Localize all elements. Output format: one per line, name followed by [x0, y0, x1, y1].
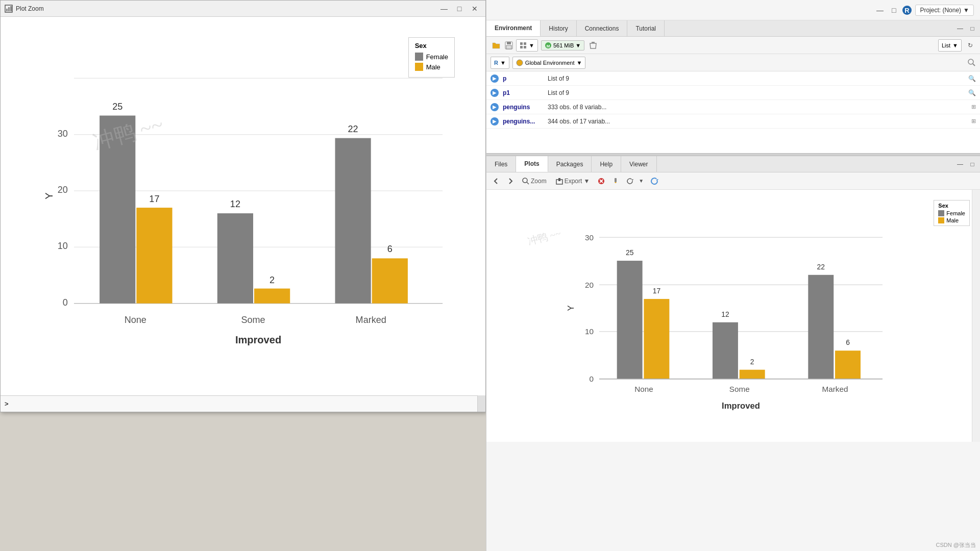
- plots-scrollbar[interactable]: [972, 190, 980, 442]
- project-dropdown-arrow: ▼: [963, 7, 969, 14]
- r-logo-icon: R: [902, 5, 912, 15]
- export-icon: [556, 178, 563, 185]
- csdn-watermark: CSDN @张当当: [936, 541, 976, 549]
- svg-text:2: 2: [270, 275, 275, 285]
- bar-marked-female: [335, 138, 371, 304]
- tab-viewer[interactable]: Viewer: [621, 156, 656, 172]
- zoom-btn[interactable]: Zoom: [519, 176, 550, 187]
- svg-rect-28: [507, 42, 511, 44]
- view-dropdown[interactable]: ▼: [516, 39, 538, 52]
- r-lang-label: R: [494, 60, 498, 66]
- var-search-p[interactable]: 🔍: [968, 75, 976, 82]
- save-btn[interactable]: [503, 40, 514, 51]
- preview-male-swatch: [938, 217, 944, 223]
- rstudio-right-panel: — □ R Project: (None) ▼ Environment Hist…: [486, 0, 980, 551]
- var-search-p1[interactable]: 🔍: [968, 89, 976, 96]
- plots-forward-btn[interactable]: [505, 176, 516, 187]
- var-expand-penguins[interactable]: ⊞: [971, 104, 976, 110]
- svg-text:12: 12: [230, 199, 240, 209]
- list-dropdown[interactable]: List ▼: [938, 39, 962, 52]
- r-search-bar: R ▼ Global Environment ▼: [486, 54, 980, 71]
- svg-text:R: R: [905, 7, 910, 14]
- refresh-env-btn[interactable]: ↻: [965, 40, 976, 51]
- close-button[interactable]: ✕: [468, 4, 481, 14]
- back-arrow-icon: [493, 178, 500, 185]
- svg-text:Marked: Marked: [822, 385, 848, 393]
- expand-penguins2-btn[interactable]: ▶: [491, 117, 499, 126]
- svg-line-41: [527, 182, 529, 184]
- memory-icon: M: [545, 42, 552, 49]
- bottom-panel-minimize-btn[interactable]: —: [954, 159, 966, 170]
- rstudio-topbar: — □ R Project: (None) ▼: [486, 0, 980, 20]
- memory-value: 561 MiB: [553, 42, 574, 48]
- plots-back-btn[interactable]: [491, 176, 502, 187]
- memory-badge[interactable]: M 561 MiB ▼: [541, 40, 584, 51]
- var-expand-penguins2[interactable]: ⊞: [971, 118, 976, 124]
- global-env-dropdown[interactable]: Global Environment ▼: [512, 57, 586, 69]
- bar-none-female: [100, 116, 135, 304]
- window-min-icon[interactable]: —: [874, 5, 886, 15]
- preview-chart-container: 冲鸭 ~~ Sex Female Male: [486, 190, 980, 442]
- svg-text:25: 25: [112, 102, 122, 112]
- maximize-button[interactable]: □: [453, 4, 466, 14]
- bottom-panel-tab-actions: — □: [954, 156, 980, 172]
- expand-p-btn[interactable]: ▶: [491, 74, 499, 83]
- tab-environment[interactable]: Environment: [486, 20, 541, 36]
- svg-point-40: [523, 178, 527, 183]
- minimize-button[interactable]: —: [437, 4, 451, 14]
- refresh-plots-btn[interactable]: [624, 176, 635, 187]
- svg-text:30: 30: [58, 129, 68, 139]
- titlebar-left: Plot Zoom: [5, 5, 44, 13]
- svg-text:10: 10: [58, 241, 68, 251]
- list-dropdown-arrow: ▼: [952, 42, 958, 48]
- expand-p1-btn[interactable]: ▶: [491, 89, 499, 97]
- bottom-panel-maximize-btn[interactable]: □: [967, 159, 978, 170]
- bottom-panel: Files Plots Packages Help Viewer — □: [486, 156, 980, 442]
- panel-minimize-btn[interactable]: —: [954, 23, 966, 34]
- svg-text:20: 20: [58, 185, 68, 195]
- r-console-dropdown[interactable]: R ▼: [491, 57, 509, 69]
- svg-line-39: [973, 64, 975, 66]
- r-dropdown-arrow: ▼: [500, 60, 506, 66]
- main-chart-svg: 0 10 20 30 Y 25 17: [26, 27, 480, 365]
- svg-rect-64: [808, 275, 834, 379]
- export-btn[interactable]: Export ▼: [553, 176, 593, 187]
- delete-icon: [598, 178, 605, 185]
- open-folder-btn[interactable]: [491, 40, 502, 51]
- brush-btn[interactable]: [610, 176, 621, 187]
- r-prompt: >: [5, 400, 9, 408]
- clear-btn[interactable]: [587, 40, 599, 51]
- tab-help[interactable]: Help: [592, 156, 621, 172]
- delete-plot-btn[interactable]: [596, 176, 607, 187]
- tab-connections[interactable]: Connections: [577, 20, 628, 36]
- top-panel-tab-actions: — □: [954, 20, 980, 36]
- var-name-penguins2: penguins...: [503, 118, 544, 125]
- svg-text:6: 6: [387, 244, 393, 254]
- legend-item-female: Female: [415, 53, 448, 61]
- tab-plots[interactable]: Plots: [516, 156, 548, 172]
- preview-legend: Sex Female Male: [934, 200, 970, 226]
- tab-files[interactable]: Files: [486, 156, 516, 172]
- tab-history[interactable]: History: [541, 20, 576, 36]
- preview-legend-female: Female: [938, 210, 965, 216]
- tab-packages[interactable]: Packages: [548, 156, 592, 172]
- tab-tutorial[interactable]: Tutorial: [627, 20, 665, 36]
- statusbar-scrollbar[interactable]: [477, 395, 485, 412]
- panel-maximize-btn[interactable]: □: [967, 23, 978, 34]
- svg-text:M: M: [547, 44, 550, 48]
- svg-rect-30: [520, 42, 523, 45]
- list-mode-label: List: [942, 42, 950, 48]
- expand-penguins-btn[interactable]: ▶: [491, 103, 499, 111]
- desktop: Plot Zoom — □ ✕ 冲鸭 ~~ Sex Female M: [0, 0, 980, 551]
- export-label: Export: [565, 178, 582, 185]
- project-section: R Project: (None) ▼: [902, 5, 974, 16]
- project-dropdown[interactable]: Project: (None) ▼: [915, 5, 974, 16]
- brush-icon: [612, 178, 619, 185]
- bar-some-female: [217, 213, 253, 304]
- forward-arrow-icon: [507, 178, 514, 185]
- bar-marked-male: [372, 258, 408, 303]
- window-max-icon[interactable]: □: [890, 5, 898, 15]
- var-value-penguins2: 344 obs. of 17 variab...: [548, 118, 965, 125]
- big-refresh-btn[interactable]: [649, 176, 660, 187]
- plot-zoom-title: Plot Zoom: [16, 5, 44, 12]
